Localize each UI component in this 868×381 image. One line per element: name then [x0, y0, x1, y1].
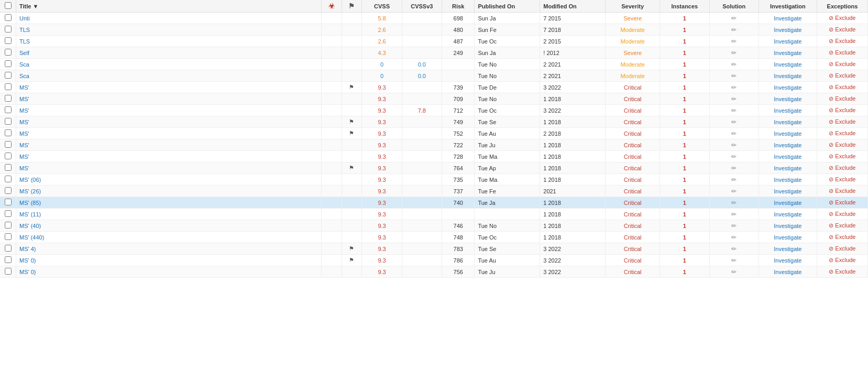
row-checkbox[interactable]: [5, 153, 12, 159]
row-exclude-button[interactable]: ⊘ Exclude: [817, 47, 867, 59]
row-solution[interactable]: ✏: [709, 186, 759, 197]
header-solution[interactable]: Solution: [709, 0, 759, 13]
row-exclude-button[interactable]: ⊘ Exclude: [817, 232, 867, 243]
row-checkbox-cell[interactable]: [0, 220, 16, 232]
row-exclude-button[interactable]: ⊘ Exclude: [817, 24, 867, 36]
row-checkbox[interactable]: [5, 106, 12, 113]
header-modified[interactable]: Modified On: [540, 0, 606, 13]
row-checkbox[interactable]: [5, 210, 12, 217]
row-title[interactable]: MS': [16, 151, 322, 162]
row-checkbox[interactable]: [5, 256, 12, 263]
row-solution[interactable]: ✏: [709, 82, 759, 93]
row-title[interactable]: TLS: [16, 36, 322, 47]
row-checkbox-cell[interactable]: [0, 186, 16, 197]
row-checkbox[interactable]: [5, 141, 12, 148]
row-title[interactable]: Self: [16, 47, 322, 59]
row-investigate-button[interactable]: Investigate: [759, 24, 817, 36]
row-solution[interactable]: ✏: [709, 266, 759, 278]
row-investigate-button[interactable]: Investigate: [759, 243, 817, 255]
row-solution[interactable]: ✏: [709, 59, 759, 70]
row-title[interactable]: TLS: [16, 24, 322, 36]
row-checkbox[interactable]: [5, 245, 12, 252]
row-investigate-button[interactable]: Investigate: [759, 47, 817, 59]
row-checkbox-cell[interactable]: [0, 47, 16, 59]
row-checkbox-cell[interactable]: [0, 116, 16, 128]
row-checkbox[interactable]: [5, 233, 12, 240]
row-checkbox[interactable]: [5, 176, 12, 182]
row-investigate-button[interactable]: Investigate: [759, 255, 817, 266]
row-title[interactable]: MS': [16, 139, 322, 151]
row-investigate-button[interactable]: Investigate: [759, 220, 817, 232]
header-checkbox[interactable]: [0, 0, 16, 13]
header-exceptions[interactable]: Exceptions: [817, 0, 867, 13]
row-title[interactable]: Sca: [16, 70, 322, 82]
row-investigate-button[interactable]: Investigate: [759, 82, 817, 93]
row-checkbox-cell[interactable]: [0, 70, 16, 82]
row-checkbox-cell[interactable]: [0, 36, 16, 47]
row-solution[interactable]: ✏: [709, 220, 759, 232]
row-investigate-button[interactable]: Investigate: [759, 209, 817, 220]
row-investigate-button[interactable]: Investigate: [759, 128, 817, 139]
row-title[interactable]: MS': [16, 82, 322, 93]
row-checkbox-cell[interactable]: [0, 255, 16, 266]
row-checkbox[interactable]: [5, 95, 12, 102]
row-solution[interactable]: ✏: [709, 232, 759, 243]
row-checkbox-cell[interactable]: [0, 243, 16, 255]
row-investigate-button[interactable]: Investigate: [759, 139, 817, 151]
row-title[interactable]: MS' (40): [16, 220, 322, 232]
row-solution[interactable]: ✏: [709, 209, 759, 220]
row-exclude-button[interactable]: ⊘ Exclude: [817, 243, 867, 255]
row-checkbox-cell[interactable]: [0, 59, 16, 70]
row-checkbox-cell[interactable]: [0, 174, 16, 186]
row-investigate-button[interactable]: Investigate: [759, 105, 817, 116]
row-checkbox[interactable]: [5, 26, 12, 32]
row-checkbox[interactable]: [5, 83, 12, 90]
row-investigate-button[interactable]: Investigate: [759, 162, 817, 174]
row-investigate-button[interactable]: Investigate: [759, 13, 817, 24]
row-checkbox[interactable]: [5, 199, 12, 205]
row-exclude-button[interactable]: ⊘ Exclude: [817, 93, 867, 105]
row-solution[interactable]: ✏: [709, 151, 759, 162]
row-title[interactable]: Sca: [16, 59, 322, 70]
row-exclude-button[interactable]: ⊘ Exclude: [817, 209, 867, 220]
row-exclude-button[interactable]: ⊘ Exclude: [817, 266, 867, 278]
row-solution[interactable]: ✏: [709, 197, 759, 209]
row-exclude-button[interactable]: ⊘ Exclude: [817, 105, 867, 116]
row-title[interactable]: MS': [16, 116, 322, 128]
row-solution[interactable]: ✏: [709, 174, 759, 186]
header-cvssv3[interactable]: CVSSv3: [402, 0, 442, 13]
header-cvss[interactable]: CVSS: [362, 0, 402, 13]
header-instances[interactable]: Instances: [660, 0, 709, 13]
row-title[interactable]: MS' (440): [16, 232, 322, 243]
row-checkbox-cell[interactable]: [0, 209, 16, 220]
row-checkbox-cell[interactable]: [0, 266, 16, 278]
row-title[interactable]: MS': [16, 93, 322, 105]
row-checkbox[interactable]: [5, 14, 12, 21]
row-checkbox[interactable]: [5, 187, 12, 194]
row-exclude-button[interactable]: ⊘ Exclude: [817, 174, 867, 186]
header-investigation[interactable]: Investigation: [759, 0, 817, 13]
row-solution[interactable]: ✏: [709, 93, 759, 105]
row-exclude-button[interactable]: ⊘ Exclude: [817, 197, 867, 209]
row-checkbox-cell[interactable]: [0, 93, 16, 105]
row-solution[interactable]: ✏: [709, 128, 759, 139]
row-investigate-button[interactable]: Investigate: [759, 232, 817, 243]
row-investigate-button[interactable]: Investigate: [759, 70, 817, 82]
row-checkbox-cell[interactable]: [0, 128, 16, 139]
row-investigate-button[interactable]: Investigate: [759, 186, 817, 197]
row-checkbox[interactable]: [5, 222, 12, 228]
row-exclude-button[interactable]: ⊘ Exclude: [817, 255, 867, 266]
row-solution[interactable]: ✏: [709, 255, 759, 266]
title-sort-icon[interactable]: ▼: [33, 3, 39, 9]
row-checkbox[interactable]: [5, 72, 12, 79]
row-exclude-button[interactable]: ⊘ Exclude: [817, 70, 867, 82]
row-title[interactable]: MS': [16, 162, 322, 174]
row-checkbox[interactable]: [5, 37, 12, 44]
header-exploit[interactable]: ⚑: [342, 0, 362, 13]
row-exclude-button[interactable]: ⊘ Exclude: [817, 59, 867, 70]
row-checkbox-cell[interactable]: [0, 162, 16, 174]
row-exclude-button[interactable]: ⊘ Exclude: [817, 139, 867, 151]
row-exclude-button[interactable]: ⊘ Exclude: [817, 128, 867, 139]
row-investigate-button[interactable]: Investigate: [759, 174, 817, 186]
row-title[interactable]: MS': [16, 128, 322, 139]
